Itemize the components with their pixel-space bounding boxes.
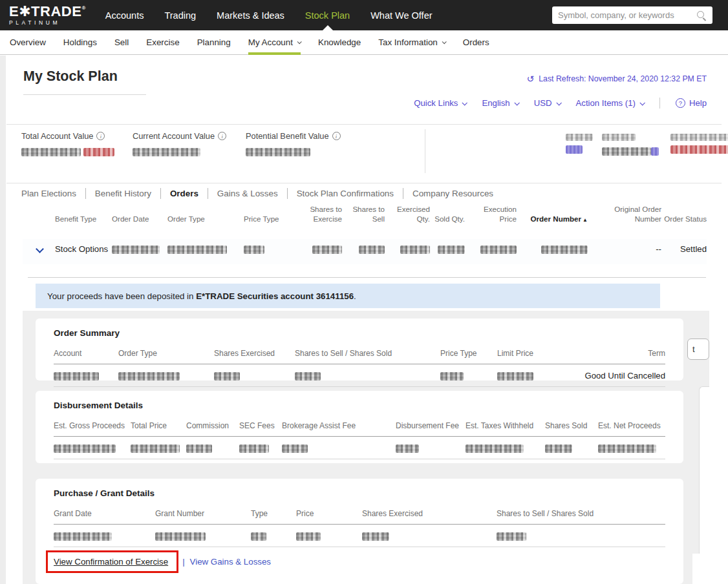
col-original-order-number: Original Order Number — [588, 204, 661, 224]
subnav-knowledge[interactable]: Knowledge — [318, 30, 361, 55]
help-link[interactable]: ? Help — [676, 98, 707, 108]
tab-plan-elections[interactable]: Plan Elections — [21, 188, 86, 199]
plan-tabs: Plan Elections Benefit History Orders Ga… — [21, 188, 502, 199]
info-icon[interactable]: i — [218, 132, 226, 140]
tab-gains-losses[interactable]: Gains & Losses — [208, 188, 288, 199]
redacted-brokerage-fee — [282, 444, 308, 453]
nav-accounts[interactable]: Accounts — [105, 0, 144, 30]
redacted-price-type — [440, 372, 464, 381]
divider — [425, 129, 425, 173]
etrade-platinum-logo[interactable]: E✱TRADE® PLATINUM — [9, 5, 86, 26]
current-account-value: Current Account Valuei — [133, 131, 246, 158]
redacted-shares-exercised — [214, 372, 240, 381]
subnav-my-account[interactable]: My Account — [248, 30, 301, 55]
order-row-expanded[interactable]: Stock Options -- Settled — [23, 239, 707, 264]
subnav-tax-information[interactable]: Tax Information — [378, 30, 445, 55]
disbursement-header: Est. Gross Proceeds Total Price Commissi… — [54, 421, 665, 437]
tab-benefit-history[interactable]: Benefit History — [86, 188, 161, 199]
purchase-grant-title: Purchase / Grant Details — [54, 488, 665, 498]
divider — [6, 183, 722, 183]
view-confirmation-of-exercise-link[interactable]: View Confirmation of Exercise — [54, 557, 168, 567]
redacted-account — [54, 372, 99, 381]
redacted-shares-sold — [497, 532, 526, 541]
search-box[interactable] — [552, 6, 712, 24]
nav-markets-ideas[interactable]: Markets & Ideas — [217, 0, 284, 30]
quick-links-dropdown[interactable]: Quick Links — [414, 98, 466, 108]
purchase-grant-values — [54, 525, 665, 547]
redacted-grant-date — [54, 532, 112, 541]
chevron-down-icon — [442, 39, 446, 44]
col-order-number-sorted[interactable]: Order Number▲ — [517, 214, 588, 224]
currency-dropdown[interactable]: USD — [534, 98, 561, 108]
subnav-exercise[interactable]: Exercise — [146, 30, 179, 55]
ticker-change — [670, 134, 728, 157]
info-icon[interactable]: i — [332, 132, 341, 140]
stock-plan-subnav: Overview Holdings Sell Exercise Planning… — [0, 30, 728, 55]
redacted-price-type — [244, 245, 264, 254]
refresh-icon[interactable]: ↺ — [527, 74, 535, 83]
info-icon[interactable]: i — [96, 132, 105, 140]
partial-hidden-panel — [692, 554, 728, 584]
search-input[interactable] — [558, 10, 696, 20]
redacted-shares-to-sell — [359, 245, 385, 254]
subnav-orders[interactable]: Orders — [463, 30, 489, 55]
redacted-order-type — [118, 372, 180, 381]
redacted-label — [566, 134, 593, 141]
redacted-sold-qty — [438, 245, 465, 254]
sort-asc-icon: ▲ — [583, 217, 588, 223]
redacted-negative-value — [83, 148, 114, 156]
redacted-order-type — [167, 245, 227, 254]
nav-stock-plan[interactable]: Stock Plan — [305, 0, 350, 30]
redacted-value — [602, 147, 651, 156]
subnav-sell[interactable]: Sell — [114, 30, 129, 55]
deposit-account: E*TRADE Securities account 36141156 — [196, 291, 354, 301]
purchase-grant-header: Grant Date Grant Number Type Price Share… — [54, 509, 665, 525]
nav-trading[interactable]: Trading — [164, 0, 196, 30]
annotation-highlight-box: View Confirmation of Exercise — [46, 550, 178, 573]
original-order-number-cell: -- — [588, 243, 661, 255]
col-order-date: Order Date — [112, 214, 167, 224]
proceeds-notice-banner: Your proceeds have been deposited in E*T… — [36, 284, 660, 308]
chevron-down-icon — [297, 39, 302, 44]
partial-hidden-button[interactable]: t — [687, 339, 709, 360]
ticker-summary — [566, 134, 728, 157]
order-status-cell: Settled — [661, 243, 707, 255]
subnav-overview[interactable]: Overview — [10, 30, 46, 55]
nav-what-we-offer[interactable]: What We Offer — [370, 0, 432, 30]
collapse-row-chevron-icon[interactable] — [36, 245, 44, 253]
order-summary-card: Order Summary Account Order Type Shares … — [36, 318, 683, 381]
disbursement-values — [54, 437, 665, 459]
orders-table-header: Benefit Type Order Date Order Type Price… — [23, 204, 707, 227]
language-dropdown[interactable]: English — [482, 98, 518, 108]
order-summary-values: Good Until Cancelled — [54, 364, 665, 387]
chevron-down-icon — [462, 100, 467, 105]
view-gains-losses-link[interactable]: View Gains & Losses — [190, 557, 271, 567]
tab-company-resources[interactable]: Company Resources — [403, 188, 502, 199]
header-links: Quick Links English USD Action Items (1)… — [414, 98, 707, 109]
col-sold-qty: Sold Qty. — [430, 214, 465, 224]
total-account-value: Total Account Valuei — [21, 131, 133, 158]
subnav-holdings[interactable]: Holdings — [63, 30, 97, 55]
top-navbar: E✱TRADE® PLATINUM Accounts Trading Marke… — [0, 0, 728, 30]
account-values: Total Account Valuei Current Account Val… — [21, 131, 341, 158]
tab-stock-plan-confirmations[interactable]: Stock Plan Confirmations — [288, 188, 403, 199]
tab-orders[interactable]: Orders — [161, 188, 208, 199]
help-icon: ? — [676, 98, 685, 108]
link-separator: | — [182, 557, 184, 567]
potential-benefit-value: Potential Benefit Valuei — [246, 131, 341, 158]
redacted-commission — [186, 444, 212, 453]
search-icon[interactable] — [696, 10, 707, 21]
redacted-value — [651, 147, 659, 156]
redacted-symbol-link[interactable] — [566, 145, 583, 154]
page: E✱TRADE® PLATINUM Accounts Trading Marke… — [0, 0, 728, 584]
chevron-down-icon — [556, 100, 561, 105]
last-refresh[interactable]: ↺ Last Refresh: November 24, 2020 12:32 … — [527, 74, 707, 83]
redacted-value — [21, 148, 81, 156]
page-left-margin — [0, 56, 6, 584]
page-title: My Stock Plan — [23, 68, 118, 85]
action-items-dropdown[interactable]: Action Items (1) — [576, 98, 644, 108]
order-summary-title: Order Summary — [54, 328, 665, 338]
subnav-planning[interactable]: Planning — [197, 30, 231, 55]
title-underline — [23, 94, 146, 95]
redacted-value — [246, 148, 310, 156]
